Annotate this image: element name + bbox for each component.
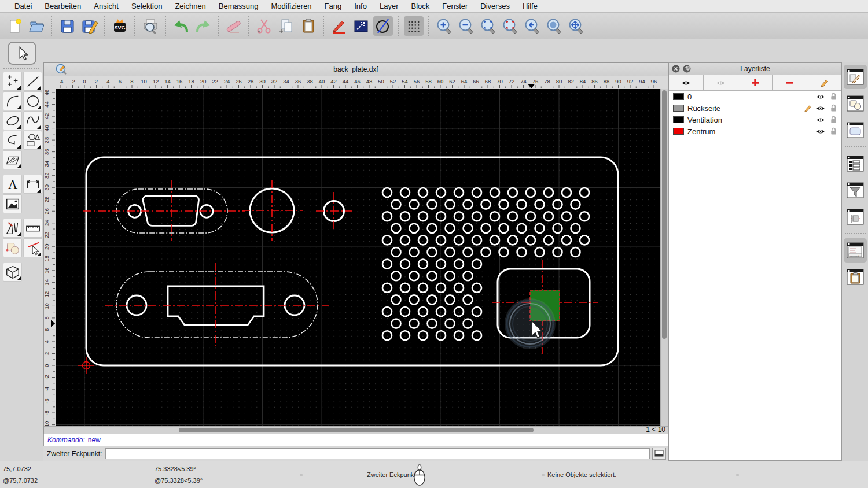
delete-entities-button[interactable] — [224, 16, 244, 36]
menu-zeichnen[interactable]: Zeichnen — [168, 2, 212, 10]
horizontal-scrollbar[interactable] — [56, 427, 645, 434]
line-tool-button[interactable] — [23, 72, 42, 91]
menu-fenster[interactable]: Fenster — [436, 2, 474, 10]
layer-visibility-eye-icon[interactable] — [816, 105, 825, 112]
dock-filter-button[interactable] — [844, 178, 867, 202]
construction-mode-icon — [374, 17, 392, 35]
ellipse-tool-button[interactable] — [3, 111, 22, 130]
layer-row-zentrum[interactable]: Zentrum — [669, 125, 841, 137]
zoom-previous-button[interactable] — [523, 16, 542, 36]
image-tool-button[interactable] — [3, 194, 22, 213]
snap-select-tool-button[interactable] — [23, 238, 42, 257]
dock-commandline-button[interactable]: command — [844, 238, 867, 263]
copy-button[interactable] — [277, 16, 296, 36]
dock-library-button[interactable] — [844, 118, 867, 142]
redo-button[interactable] — [193, 16, 213, 36]
save-file-button[interactable] — [57, 16, 77, 36]
draw-order-button[interactable] — [351, 16, 371, 36]
cut-button[interactable] — [255, 16, 274, 36]
layer-row-ventilation[interactable]: Ventilation — [669, 114, 841, 125]
layer-row-rückseite[interactable]: Rückseite — [669, 102, 841, 114]
hide-all-layers-button[interactable] — [704, 75, 738, 90]
zoom-in-button[interactable] — [435, 16, 454, 36]
zoom-selection-button[interactable] — [501, 16, 520, 36]
drawing-canvas[interactable] — [56, 89, 660, 426]
remove-layer-button[interactable] — [773, 75, 807, 90]
grid-toggle-icon — [405, 17, 422, 35]
menu-datei[interactable]: Datei — [8, 2, 38, 10]
menu-bemassung[interactable]: Bemassung — [212, 2, 265, 10]
measure-tool-button[interactable] — [23, 219, 42, 238]
menu-selektion[interactable]: Selektion — [125, 2, 168, 10]
command-options-button[interactable] — [652, 448, 666, 460]
save-file-as-button[interactable] — [79, 16, 99, 36]
tool-palette-separator — [3, 68, 39, 69]
svg-text:4: 4 — [44, 340, 50, 343]
close-panel-icon[interactable] — [672, 65, 680, 73]
relative-polar-coordinate: @75.3328<5.39° — [155, 477, 203, 484]
menu-diverses[interactable]: Diverses — [474, 2, 516, 10]
open-file-button[interactable] — [27, 16, 46, 36]
points-tool-button[interactable] — [3, 72, 22, 91]
spline-tool-button[interactable] — [23, 111, 42, 130]
zoom-window-button[interactable] — [545, 16, 564, 36]
zoom-pan-button[interactable] — [567, 16, 586, 36]
modify-tool-button[interactable] — [3, 238, 22, 257]
menu-info[interactable]: Info — [348, 2, 373, 10]
layer-lock-icon[interactable] — [829, 116, 838, 124]
menu-ansicht[interactable]: Ansicht — [87, 2, 125, 10]
dock-icon-column: command — [842, 62, 868, 461]
dimension-tool-button[interactable] — [23, 175, 42, 194]
arc-tool-button[interactable] — [3, 91, 22, 110]
copy-icon — [278, 17, 295, 35]
zoom-pan-icon — [568, 17, 585, 35]
show-all-layers-button[interactable] — [669, 75, 704, 90]
add-layer-button[interactable] — [738, 75, 773, 90]
dock-dimension-button[interactable] — [844, 205, 867, 229]
hatch-tool-button[interactable] — [3, 150, 22, 169]
draw-pen-button[interactable] — [329, 16, 349, 36]
selection-status: Keine Objekte selektiert. — [547, 471, 616, 478]
dock-propertylist-button[interactable] — [844, 151, 867, 176]
undo-button[interactable] — [171, 16, 191, 36]
dock-clipboard-button[interactable] — [844, 265, 867, 289]
drawing-window-titlebar[interactable]: back_plate.dxf — [44, 63, 668, 76]
circle-tool-button[interactable] — [23, 91, 42, 110]
svg-text:74: 74 — [520, 78, 527, 84]
svg-export-button[interactable]: SVG — [110, 16, 130, 36]
layer-lock-icon[interactable] — [829, 127, 838, 135]
menu-fang[interactable]: Fang — [318, 2, 348, 10]
polyline-tool-button[interactable] — [3, 131, 22, 150]
layer-visibility-eye-icon[interactable] — [816, 93, 825, 101]
solid-3d-tool-button[interactable] — [3, 263, 22, 282]
text-tool-button[interactable]: A — [3, 175, 22, 194]
edit-layer-button[interactable] — [807, 75, 841, 90]
horizontal-scrollbar-thumb[interactable] — [179, 428, 534, 432]
layer-visibility-eye-icon[interactable] — [816, 128, 825, 135]
menu-block[interactable]: Block — [404, 2, 436, 10]
shapes-tool-button[interactable] — [23, 131, 42, 150]
layer-row-0[interactable]: 0 — [669, 91, 841, 102]
command-input[interactable] — [105, 448, 650, 459]
layer-visibility-eye-icon[interactable] — [816, 116, 825, 124]
vertical-scrollbar-thumb[interactable] — [662, 90, 667, 339]
dock-blocklist-button[interactable] — [844, 91, 867, 116]
layer-lock-icon[interactable] — [829, 93, 838, 101]
new-file-button[interactable] — [5, 16, 24, 36]
menu-bearbeiten[interactable]: Bearbeiten — [38, 2, 87, 10]
undock-panel-icon[interactable] — [683, 65, 691, 73]
print-preview-button[interactable] — [141, 16, 160, 36]
paste-button[interactable] — [299, 16, 318, 36]
layer-lock-icon[interactable] — [829, 104, 838, 112]
zoom-out-button[interactable] — [457, 16, 476, 36]
menu-layer[interactable]: Layer — [373, 2, 405, 10]
vertical-scrollbar[interactable] — [660, 89, 668, 426]
zoom-auto-button[interactable] — [479, 16, 498, 36]
selection-tool-button[interactable] — [8, 42, 36, 65]
menu-modifizieren[interactable]: Modifizieren — [265, 2, 318, 10]
grid-toggle-button[interactable] — [404, 16, 424, 36]
construction-mode-button[interactable] — [373, 16, 393, 36]
cad-tools-tool-button[interactable] — [3, 219, 22, 238]
dock-layerlist-button[interactable] — [844, 65, 867, 89]
menu-hilfe[interactable]: Hilfe — [516, 2, 544, 10]
